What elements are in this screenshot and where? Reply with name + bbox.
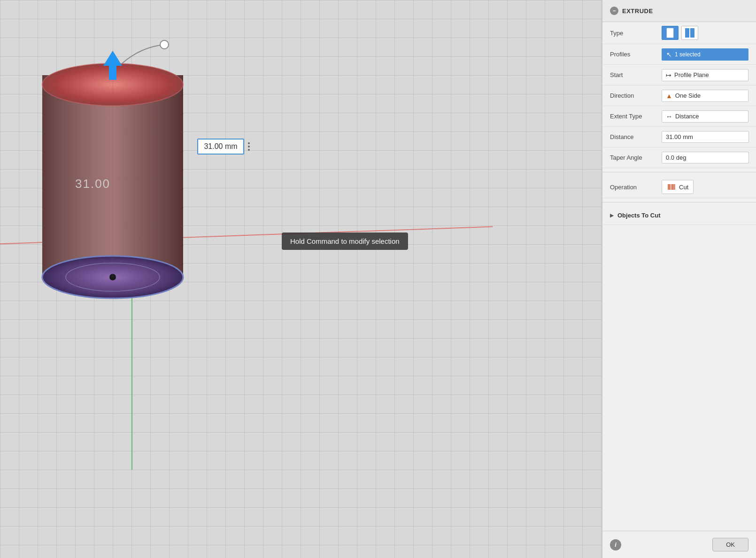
taper-angle-input[interactable] (662, 152, 749, 163)
panel-title: EXTRUDE (622, 8, 653, 15)
extent-type-row: Extent Type ↔ Distance (602, 106, 756, 127)
extent-type-text: Distance (675, 113, 699, 120)
info-icon[interactable]: i (610, 539, 621, 550)
profiles-count: 1 selected (675, 51, 701, 58)
3d-viewport[interactable]: 31.00 31.00 mm Hold Command to modify se… (0, 0, 602, 558)
profiles-value: ↖ 1 selected (662, 48, 748, 61)
objects-to-cut-label: Objects To Cut (617, 212, 660, 219)
start-field[interactable]: ↦ Profile Plane (662, 69, 748, 81)
svg-rect-18 (685, 28, 689, 38)
profiles-label: Profiles (610, 51, 662, 58)
ok-button[interactable]: OK (712, 538, 748, 551)
panel-divider-1 (602, 172, 756, 172)
taper-angle-label: Taper Angle (610, 154, 662, 161)
cursor-icon: ↖ (666, 51, 672, 58)
dot1 (248, 142, 250, 144)
operation-label: Operation (610, 184, 662, 191)
dot2 (248, 146, 250, 147)
type-row: Type (602, 22, 756, 44)
profiles-row: Profiles ↖ 1 selected (602, 44, 756, 65)
direction-field-text: One Side (675, 92, 701, 99)
direction-label: Direction (610, 92, 662, 99)
objects-to-cut-section: ▶ Objects To Cut (602, 206, 756, 225)
type-button-double[interactable] (681, 26, 698, 40)
cylinder-3d: 31.00 (19, 38, 207, 310)
panel-bottom-row: i OK (602, 531, 756, 558)
panel-header: − EXTRUDE (602, 0, 756, 22)
svg-rect-21 (671, 184, 675, 190)
profiles-selected-button[interactable]: ↖ 1 selected (662, 48, 748, 61)
distance-label: Distance (610, 133, 662, 140)
direction-field[interactable]: ▲ One Side (662, 90, 748, 102)
operation-text: Cut (679, 184, 688, 191)
extent-type-icon: ↔ (666, 113, 672, 120)
direction-field-icon: ▲ (666, 92, 672, 100)
start-value: ↦ Profile Plane (662, 69, 748, 81)
operation-value: Cut (662, 180, 748, 194)
start-row: Start ↦ Profile Plane (602, 65, 756, 85)
info-label: i (615, 541, 617, 548)
svg-point-15 (160, 40, 169, 49)
operation-button[interactable]: Cut (662, 180, 694, 194)
operation-row: Operation Cut (602, 176, 756, 198)
svg-text:31.00: 31.00 (75, 177, 110, 191)
dimension-value[interactable]: 31.00 mm (197, 139, 244, 155)
start-field-text: Profile Plane (674, 71, 709, 78)
panel-header-icon: − (610, 7, 618, 15)
dimension-popup[interactable]: 31.00 mm (197, 139, 252, 155)
svg-rect-19 (690, 28, 694, 38)
properties-panel: − EXTRUDE Type Profiles ↖ 1 selec (602, 0, 756, 558)
type-button-single[interactable] (662, 26, 679, 40)
dot3 (248, 149, 250, 151)
direction-row: Direction ▲ One Side (602, 85, 756, 106)
dimension-menu-dots[interactable] (246, 140, 252, 153)
selection-tooltip: Hold Command to modify selection (282, 232, 408, 250)
extent-type-field[interactable]: ↔ Distance (662, 110, 748, 123)
taper-angle-row: Taper Angle (602, 147, 756, 168)
direction-value: ▲ One Side (662, 90, 748, 102)
distance-row: Distance (602, 127, 756, 147)
svg-rect-17 (667, 28, 673, 38)
objects-to-cut-header[interactable]: ▶ Objects To Cut (610, 212, 748, 219)
start-label: Start (610, 71, 662, 78)
type-label: Type (610, 30, 662, 37)
distance-value (662, 131, 749, 143)
expand-icon: ▶ (610, 213, 614, 218)
extent-type-value: ↔ Distance (662, 110, 748, 123)
start-field-icon: ↦ (666, 71, 671, 79)
type-value (662, 26, 748, 40)
cut-icon (667, 182, 676, 192)
taper-angle-value (662, 152, 749, 163)
distance-input[interactable] (662, 131, 749, 143)
extent-type-label: Extent Type (610, 113, 662, 120)
panel-divider-2 (602, 202, 756, 202)
